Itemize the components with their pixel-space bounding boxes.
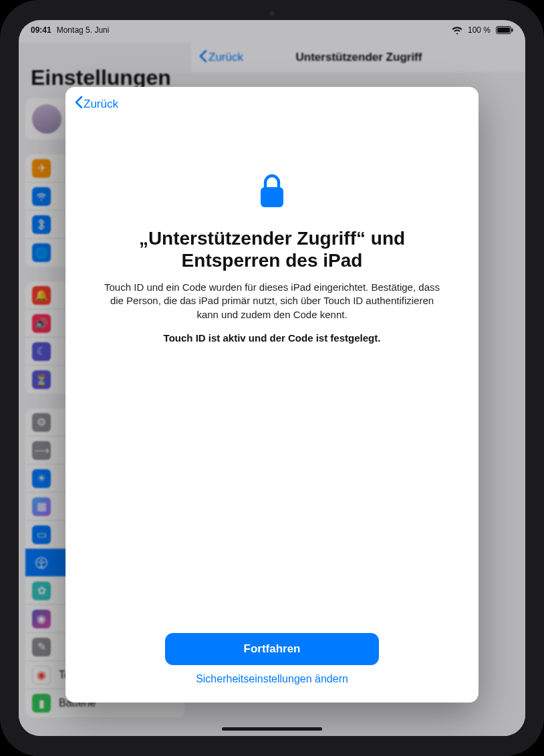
assistive-access-sheet: Zurück „Unterstützender Zugriff“ und Ent… (65, 87, 479, 703)
sheet-title: „Unterstützender Zugriff“ und Entsperren… (83, 227, 461, 271)
ipad-device-frame: 09:41 Montag 5. Juni 100 % Z (0, 0, 544, 756)
change-security-link[interactable]: Sicherheitseinstellungen ändern (196, 673, 348, 685)
continue-button[interactable]: Fortfahren (165, 633, 379, 665)
sheet-status-text: Touch ID ist aktiv und der Code ist fest… (164, 332, 381, 344)
sheet-footer: Fortfahren Sicherheitseinstellungen ände… (83, 633, 461, 689)
sheet-content: „Unterstützender Zugriff“ und Entsperren… (83, 99, 461, 633)
sheet-back-button[interactable]: Zurück (75, 96, 118, 112)
lock-icon (257, 172, 287, 213)
svg-rect-5 (261, 187, 283, 207)
screen: 09:41 Montag 5. Juni 100 % Z (19, 20, 525, 736)
sheet-back-label: Zurück (84, 98, 118, 111)
sheet-description: Touch ID und ein Code wurden für dieses … (83, 281, 461, 322)
front-camera (269, 10, 275, 17)
chevron-left-icon (75, 96, 83, 112)
home-indicator[interactable] (222, 727, 322, 731)
